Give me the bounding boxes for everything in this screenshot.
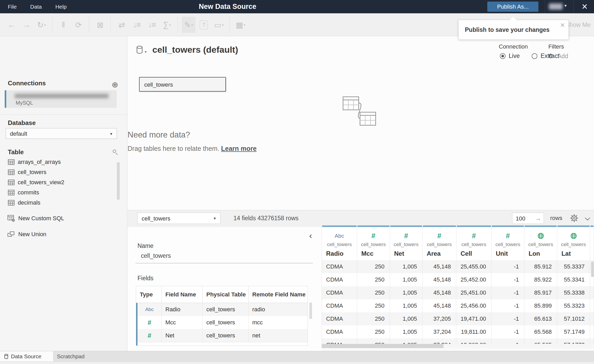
learn-more-link[interactable]: Learn more — [221, 145, 257, 152]
tab-scratchpad[interactable]: Scratchpad — [57, 351, 85, 362]
grid-rows: CDMA2501,00545,14825,455.00-185.91255.33… — [322, 260, 594, 351]
caret-down-icon: ▾ — [169, 23, 171, 27]
tab-data-source[interactable]: Data Source — [0, 351, 53, 362]
grid-cell: 25,452.00 — [456, 273, 491, 286]
tooltip-close-icon[interactable]: × — [560, 21, 565, 29]
grid-hscroll-thumb[interactable] — [322, 344, 443, 348]
field-name-cell: Net — [162, 329, 203, 342]
new-union-button[interactable]: New Union — [0, 229, 123, 240]
grid-col-header-unit[interactable]: #cell_towersUnit — [491, 225, 524, 260]
rows-label: rows — [550, 215, 562, 222]
window-close-icon[interactable]: × — [582, 1, 587, 13]
grid-cell: CDMA — [322, 325, 357, 338]
grid-collapse-chevron-icon[interactable] — [586, 216, 590, 220]
table-select-dropdown[interactable]: cell_towers ▼ — [137, 213, 220, 224]
table-search-icon[interactable] — [113, 150, 118, 155]
sidebar-scrollbar[interactable] — [117, 162, 120, 200]
data-source-caret-icon[interactable]: ▾ — [145, 50, 147, 54]
field-row-radio[interactable]: AbcRadiocell_towersradio — [136, 303, 308, 316]
add-connection-icon[interactable]: ⊕ — [112, 80, 118, 89]
highlight-pen-icon[interactable]: ✎▾ — [182, 17, 195, 33]
connections-heading: Connections — [8, 80, 46, 87]
live-radio-label[interactable]: Live — [509, 52, 520, 59]
grid-col-header-lon[interactable]: cell_towersLon — [524, 225, 557, 260]
new-custom-sql-label: New Custom SQL — [18, 215, 64, 222]
show-me-button[interactable]: Show Me — [566, 13, 591, 36]
user-menu-caret-icon[interactable]: ▾ — [565, 3, 567, 8]
menu-file[interactable]: File — [8, 4, 17, 10]
name-input-underline — [135, 263, 313, 263]
pause-auto-updates-icon[interactable]: ‖ — [56, 17, 70, 33]
database-select[interactable]: default ▼ — [6, 128, 117, 139]
replay-icon[interactable]: ↻▾ — [35, 17, 48, 33]
grid-horizontal-scrollbar[interactable] — [322, 344, 594, 348]
data-source-cylinder-icon[interactable] — [136, 46, 143, 54]
column-accent-bar — [322, 225, 357, 227]
grid-cell: 85.912 — [524, 260, 557, 273]
number-type-icon: # — [472, 232, 476, 240]
field-row-net[interactable]: #Netcell_towersnet — [136, 329, 308, 342]
grid-cell: 1,005 — [390, 286, 423, 299]
table-item-cell_towers_view2[interactable]: cell_towers_view2 — [0, 177, 123, 187]
grid-cell: 57.1749 — [557, 325, 590, 338]
apply-row-count-icon[interactable]: → — [535, 215, 541, 222]
extract-radio[interactable] — [532, 53, 537, 59]
grid-cell: 85.917 — [524, 286, 557, 299]
field-name-cell: Radio — [162, 303, 203, 316]
sort-descending-icon[interactable]: ↓≡ — [145, 17, 159, 33]
text-label-icon[interactable]: T — [197, 17, 211, 33]
status-bar: Data Source Scratchpad — [0, 351, 594, 361]
number-type-icon: # — [404, 232, 408, 240]
grid-settings-gear-icon[interactable] — [570, 214, 579, 223]
new-custom-sql-button[interactable]: New Custom SQL — [0, 213, 123, 224]
sort-ascending-icon[interactable]: ↓≡ — [130, 17, 143, 33]
table-item-cell_towers[interactable]: cell_towers — [0, 167, 123, 177]
table-item-commits[interactable]: commits — [0, 187, 123, 198]
column-field-label: Cell — [457, 250, 472, 257]
grid-col-header-area[interactable]: #cell_towersArea — [423, 225, 457, 260]
grid-row-2: CDMA2501,00545,14825,452.00-185.92255.33… — [322, 273, 594, 286]
fields-scrollbar[interactable] — [309, 303, 312, 319]
column-table-label: cell_towers — [495, 242, 520, 247]
grid-cell: 25,456.00 — [456, 299, 491, 312]
fit-width-icon[interactable]: ▭▾ — [212, 17, 226, 33]
menu-help[interactable]: Help — [55, 4, 67, 10]
live-radio[interactable] — [500, 53, 506, 59]
logical-canvas: ▾ cell_towers (default) Connection Filte… — [128, 36, 594, 210]
grid-vscroll-thumb[interactable] — [591, 262, 594, 277]
string-type-icon: Abc — [335, 232, 344, 240]
name-input[interactable]: cell_towers — [141, 252, 171, 259]
swap-rows-columns-icon[interactable]: ⇄ — [115, 17, 128, 33]
collapse-panel-icon[interactable]: ‹ — [309, 231, 312, 240]
clear-sort-icon[interactable]: ⊠ — [93, 17, 107, 33]
filters-add-link[interactable]: Add — [557, 53, 568, 60]
logical-table-node[interactable]: cell_towers — [139, 77, 226, 92]
connection-item[interactable]: MySQL — [5, 90, 117, 108]
grid-col-header-net[interactable]: #cell_towersNet — [390, 225, 423, 260]
grid-col-header-radio[interactable]: Abccell_towersRadio — [322, 225, 357, 260]
sidebar-divider — [0, 115, 127, 115]
menu-data[interactable]: Data — [30, 4, 42, 10]
undo-icon[interactable]: ← — [4, 17, 18, 33]
table-item-arrays_of_arrays[interactable]: arrays_of_arrays — [0, 157, 123, 167]
publish-as-button[interactable]: Publish As... — [487, 2, 538, 12]
toolbar-divider — [52, 17, 52, 33]
field-row-mcc[interactable]: #Mcccell_towersmcc — [136, 316, 308, 329]
undo-glyph: ← — [8, 20, 15, 29]
number-type-icon: # — [506, 232, 510, 240]
sort-ascending-glyph: ↓≡ — [133, 20, 141, 29]
row-count-input[interactable]: 100 → — [512, 213, 544, 224]
run-update-icon[interactable]: ⟳ — [71, 17, 85, 33]
user-name-redacted[interactable] — [549, 3, 562, 10]
grid-row-1: CDMA2501,00545,14825,455.00-185.91255.33… — [322, 260, 594, 273]
table-item-decimals[interactable]: decimals — [0, 198, 123, 208]
table-item-label: decimals — [18, 199, 40, 206]
toolbar-divider — [111, 17, 111, 33]
totals-sigma-icon[interactable]: ∑▾ — [160, 17, 174, 33]
grid-col-header-lat[interactable]: cell_towersLat — [557, 225, 590, 260]
grid-col-header-mcc[interactable]: #cell_towersMcc — [357, 225, 390, 260]
grid-col-header-cell[interactable]: #cell_towersCell — [457, 225, 492, 260]
redo-icon[interactable]: → — [20, 17, 33, 33]
show-me-panel-icon[interactable]: ▦▾ — [234, 17, 247, 33]
grid-cell: 25,455.00 — [456, 260, 491, 273]
